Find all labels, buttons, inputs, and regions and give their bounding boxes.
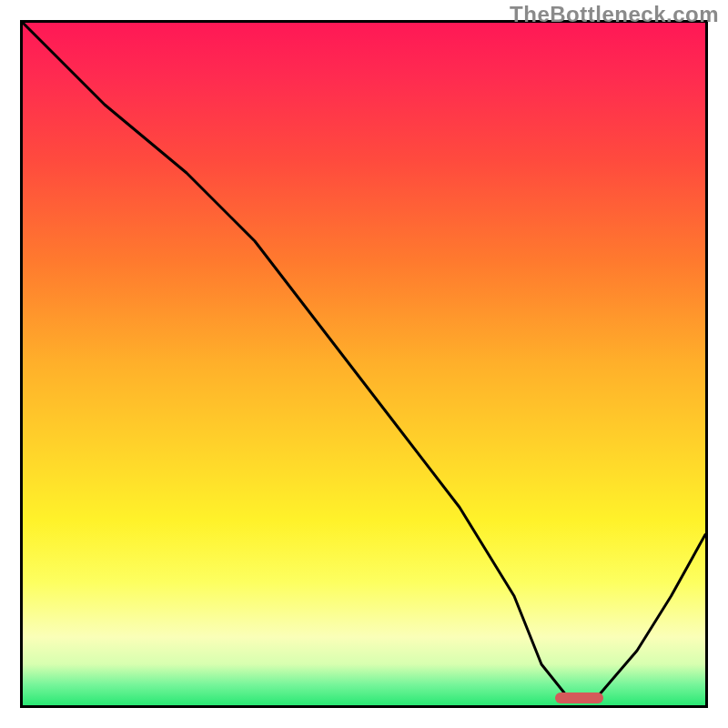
- plot-area: [20, 20, 708, 708]
- chart-canvas: TheBottleneck.com: [0, 0, 728, 728]
- bottleneck-curve-path: [23, 23, 705, 699]
- bottleneck-curve-svg: [23, 23, 705, 705]
- watermark-text: TheBottleneck.com: [510, 2, 719, 27]
- optimal-range-marker: [555, 693, 603, 703]
